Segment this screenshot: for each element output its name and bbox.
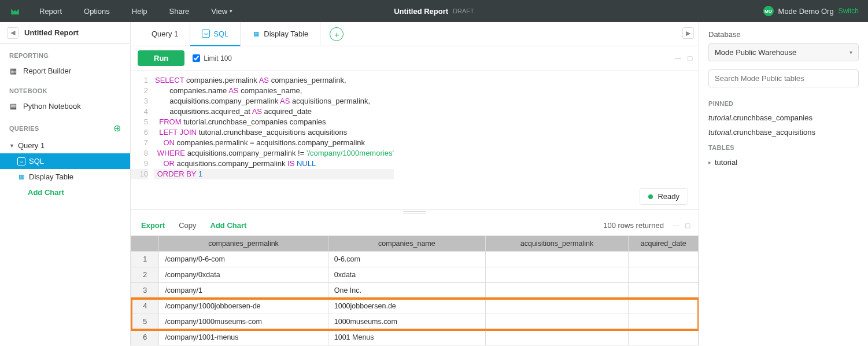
table-row[interactable]: 1/company/0-6-com0-6.com: [131, 252, 699, 267]
tree-sql[interactable]: ▭ SQL: [0, 153, 130, 169]
menu-view[interactable]: View ▾: [211, 7, 232, 16]
notebook-icon: ▤: [9, 102, 17, 111]
org-avatar[interactable]: MO: [763, 6, 774, 16]
table-icon: ▦: [252, 30, 260, 38]
sql-icon: ▭: [17, 157, 25, 165]
tab-sql[interactable]: ▭ SQL: [190, 22, 241, 46]
tree-display-table-label: Display Table: [29, 172, 73, 181]
add-tab-button[interactable]: +: [330, 27, 343, 41]
column-header[interactable]: acquired_date: [628, 236, 698, 252]
tab-display-table[interactable]: ▦ Display Table: [241, 22, 320, 46]
menu-help[interactable]: Help: [132, 7, 147, 16]
run-button[interactable]: Run: [138, 50, 184, 66]
column-header[interactable]: companies_name: [328, 236, 485, 252]
maximize-icon[interactable]: ▢: [687, 54, 693, 62]
tree-add-chart[interactable]: Add Chart: [0, 185, 130, 200]
table-row[interactable]: 5/company/1000museums-com1000museums.com: [131, 314, 699, 330]
sql-icon: ▭: [202, 30, 210, 38]
rows-returned: 100 rows returned: [603, 221, 664, 230]
status-ready-label: Ready: [658, 192, 679, 201]
add-query-button[interactable]: ⊕: [113, 123, 121, 134]
org-name[interactable]: Mode Demo Org: [778, 7, 834, 16]
pane-resize-handle[interactable]: [131, 210, 699, 215]
tabs-scroll-right[interactable]: ▶: [682, 27, 694, 39]
caret-down-icon: ▼: [9, 143, 14, 149]
status-ready: Ready: [640, 188, 688, 205]
tables-schema-tutorial[interactable]: ▸ tutorial: [708, 154, 859, 170]
limit-label: Limit 100: [204, 54, 232, 62]
pinned-table[interactable]: tutorial.crunchbase_acquisitions: [708, 125, 859, 139]
pinned-section-label: PINNED: [708, 100, 859, 107]
draft-badge: DRAFT: [453, 8, 474, 14]
tree-display-table[interactable]: ▦ Display Table: [0, 169, 130, 185]
minimize-icon[interactable]: —: [673, 222, 679, 229]
back-button[interactable]: ◀: [7, 27, 19, 39]
chevron-down-icon: ▾: [230, 8, 232, 14]
table-row[interactable]: 6/company/1001-menus1001 Menus: [131, 330, 699, 345]
section-notebook: NOTEBOOK: [0, 79, 130, 98]
chevron-right-icon: ▸: [708, 159, 711, 165]
tab-query-1[interactable]: Query 1: [140, 22, 190, 46]
add-chart-link[interactable]: Add Chart: [210, 221, 247, 230]
menu-report[interactable]: Report: [39, 7, 62, 16]
tab-sql-label: SQL: [213, 30, 228, 38]
mode-logo[interactable]: [7, 3, 23, 19]
nav-report-builder[interactable]: ▦ Report Builder: [0, 62, 130, 79]
sql-editor[interactable]: 12345678910 SELECT companies.permalink A…: [131, 71, 699, 184]
table-row[interactable]: 4/company/1000jobboersen-de1000jobboerse…: [131, 299, 699, 314]
table-icon: ▦: [17, 173, 25, 181]
table-row[interactable]: 2/company/0xdata0xdata: [131, 267, 699, 283]
database-label: Database: [708, 30, 859, 39]
column-header[interactable]: acquisitions_permalink: [485, 236, 628, 252]
section-queries: QUERIES: [9, 125, 39, 132]
export-link[interactable]: Export: [141, 221, 165, 230]
tables-schema-label: tutorial: [715, 158, 737, 167]
nav-python-notebook-label: Python Notebook: [23, 102, 81, 111]
minimize-icon[interactable]: —: [675, 54, 681, 62]
nav-python-notebook[interactable]: ▤ Python Notebook: [0, 98, 130, 115]
switch-org-link[interactable]: Switch: [839, 7, 859, 15]
sidebar-report-title: Untitled Report: [24, 28, 79, 37]
menu-view-label: View: [211, 7, 227, 16]
column-header[interactable]: companies_permalink: [159, 236, 328, 252]
tree-query-1-label: Query 1: [18, 141, 45, 150]
database-select[interactable]: Mode Public Warehouse ▾: [708, 43, 859, 61]
table-search-input[interactable]: [708, 69, 859, 87]
database-selected: Mode Public Warehouse: [715, 48, 796, 57]
tree-query-1[interactable]: ▼ Query 1: [0, 138, 130, 153]
menu-share[interactable]: Share: [169, 7, 190, 16]
report-title[interactable]: Untitled Report: [394, 7, 448, 16]
tree-sql-label: SQL: [29, 157, 44, 165]
menu-options[interactable]: Options: [84, 7, 110, 16]
nav-report-builder-label: Report Builder: [23, 67, 71, 75]
section-reporting: REPORTING: [0, 44, 130, 62]
copy-link[interactable]: Copy: [179, 221, 196, 230]
limit-checkbox[interactable]: Limit 100: [193, 54, 232, 62]
limit-checkbox-input[interactable]: [193, 54, 200, 62]
chevron-updown-icon: ▾: [849, 49, 852, 56]
pinned-table[interactable]: tutorial.crunchbase_companies: [708, 111, 859, 125]
tables-section-label: TABLES: [708, 144, 859, 151]
status-dot-icon: [648, 194, 653, 199]
tab-display-table-label: Display Table: [264, 30, 308, 38]
layout-icon: ▦: [9, 67, 17, 75]
maximize-icon[interactable]: ▢: [685, 222, 690, 229]
table-row[interactable]: 3/company/1One Inc.: [131, 283, 699, 299]
results-table: companies_permalinkcompanies_nameacquisi…: [131, 235, 699, 345]
